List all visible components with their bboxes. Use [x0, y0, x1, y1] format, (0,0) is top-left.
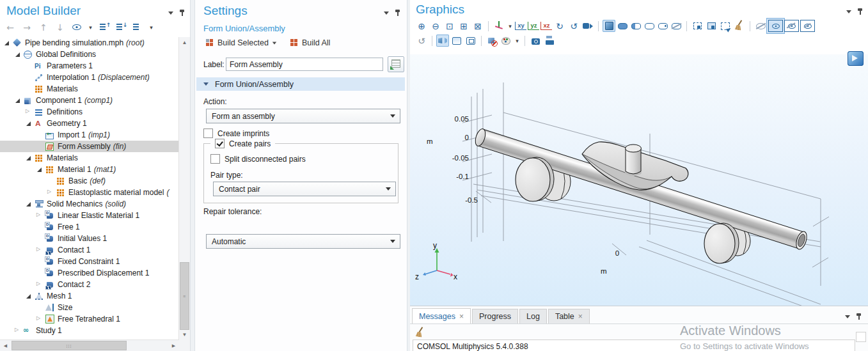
go-to-default-3d-view-icon[interactable] — [493, 20, 505, 32]
select-points-icon[interactable] — [657, 20, 669, 32]
action-dropdown[interactable]: Form an assembly — [206, 109, 400, 123]
tree-closed-expander-icon[interactable] — [47, 189, 54, 196]
wireframe-rendering-icon[interactable] — [464, 35, 477, 47]
pin-icon[interactable] — [179, 9, 185, 17]
scroll-down-icon[interactable]: ▼ — [179, 329, 190, 340]
graphics-context-icon[interactable] — [848, 51, 864, 66]
tree-item[interactable]: Interpolation 1(Displacement) — [0, 72, 179, 83]
select-domains-icon[interactable] — [617, 20, 629, 32]
tree-item[interactable]: Free 1 — [0, 221, 179, 233]
tree-closed-expander-icon[interactable] — [36, 281, 43, 288]
tab-log[interactable]: Log — [519, 309, 547, 324]
tree-open-expander-icon[interactable] — [15, 97, 22, 104]
tree-item[interactable]: Contact 2 — [0, 279, 179, 290]
tree-open-expander-icon[interactable] — [26, 120, 33, 127]
select-boundaries-icon[interactable] — [630, 20, 642, 32]
zoom-box-icon[interactable]: ⊡ — [443, 20, 456, 32]
tree-closed-expander-icon[interactable] — [36, 212, 43, 219]
create-imprints-checkbox[interactable] — [203, 129, 213, 138]
reset-hiding-icon[interactable] — [800, 20, 815, 32]
build-menu-caret-icon[interactable] — [272, 42, 276, 44]
tree-open-expander-icon[interactable] — [26, 201, 33, 208]
rename-button[interactable] — [388, 56, 404, 72]
color-menu-caret-icon[interactable]: ▾ — [514, 35, 521, 47]
tree-item[interactable]: Material 1(mat1) — [0, 164, 179, 175]
scene-light-icon[interactable] — [436, 35, 449, 47]
pin-icon[interactable] — [395, 9, 400, 17]
tree-item[interactable]: Mesh 1 — [0, 290, 179, 302]
scrollbar-thumb[interactable]: ⁞⁞⁞ — [12, 341, 127, 350]
3d-scene[interactable]: 0.05 0 -0.05 -0.1 m -0.5 0 m y x z — [410, 54, 868, 306]
repair-tolerance-dropdown[interactable]: Automatic — [206, 234, 400, 249]
pin-icon[interactable] — [856, 313, 862, 320]
tree-closed-expander-icon[interactable] — [15, 327, 22, 334]
tree-item[interactable]: Global Definitions — [0, 49, 179, 60]
tab-close-icon[interactable]: × — [459, 312, 464, 321]
select-edges-icon[interactable] — [643, 20, 656, 32]
label-input[interactable] — [226, 58, 383, 71]
panel-menu-caret-icon[interactable] — [845, 315, 850, 318]
model-tree-node-text-icon[interactable] — [131, 21, 144, 33]
image-snapshot-icon[interactable] — [529, 35, 542, 47]
zoom-extents-icon[interactable]: ⊞ — [457, 20, 470, 32]
animation-movie-icon[interactable] — [581, 20, 594, 32]
hide-selected-icon[interactable] — [754, 20, 767, 32]
select-nothing-icon[interactable] — [670, 20, 683, 32]
tree-item[interactable]: Pipe bending simulation.mph(root) — [0, 37, 179, 49]
tree-item[interactable]: Import 1(imp1) — [0, 129, 179, 141]
scroll-up-icon[interactable]: ▲ — [179, 37, 190, 48]
transparency-icon[interactable] — [450, 35, 463, 47]
tree-open-expander-icon[interactable] — [36, 166, 43, 173]
view-menu-caret-icon[interactable]: ▾ — [507, 20, 514, 32]
node-text-menu-caret-icon[interactable]: ▾ — [148, 21, 155, 33]
tree-item[interactable]: Fixed Constraint 1 — [0, 256, 179, 267]
section-collapse-icon[interactable] — [203, 82, 209, 86]
panel-splitter[interactable] — [190, 0, 195, 351]
tree-item[interactable]: Linear Elastic Material 1 — [0, 210, 179, 221]
tree-item[interactable]: Elastoplastic material model( — [0, 187, 179, 198]
view-hidden-icon[interactable] — [784, 20, 799, 32]
zoom-in-icon[interactable]: ⊕ — [415, 20, 428, 32]
messages-scrollbar-box[interactable] — [856, 332, 866, 342]
zoom-to-selection-icon[interactable]: ⊠ — [471, 20, 484, 32]
go-to-yz-view-icon[interactable]: yz — [528, 22, 539, 30]
zoom-to-selection-box-icon[interactable] — [691, 20, 704, 32]
tree-item[interactable]: Materials — [0, 83, 179, 95]
tree-open-expander-icon[interactable] — [4, 40, 11, 47]
tree-item[interactable]: Free Tetrahedral 1 — [0, 313, 179, 325]
move-up-icon[interactable]: ↑ — [37, 21, 50, 33]
tree-item[interactable]: Form Assembly(fin) — [0, 141, 179, 152]
tree-horizontal-scrollbar[interactable]: ◀ ⁞⁞⁞ ▶ — [0, 339, 179, 351]
panel-menu-caret-icon[interactable] — [846, 10, 851, 13]
tree-open-expander-icon[interactable] — [15, 51, 22, 58]
rotate-counterclockwise-icon[interactable]: ↺ — [567, 20, 580, 32]
expand-all-icon[interactable] — [114, 21, 127, 33]
collapse-all-icon[interactable] — [98, 21, 111, 33]
build-selected-button[interactable]: Build Selected — [203, 37, 279, 49]
tree-item[interactable]: Definitions — [0, 106, 179, 118]
section-header[interactable]: Form Union/Assembly — [196, 77, 405, 91]
scrollbar-thumb[interactable]: ≡ — [180, 262, 189, 330]
split-pairs-checkbox[interactable] — [210, 154, 220, 164]
move-down-icon[interactable]: ↓ — [54, 21, 67, 33]
extents-to-selection-icon[interactable] — [705, 20, 718, 32]
build-all-button[interactable]: Build All — [288, 37, 332, 49]
tree-item[interactable]: Contact 1 — [0, 244, 179, 256]
tab-table[interactable]: Table× — [548, 309, 590, 324]
tab-messages[interactable]: Messages× — [412, 308, 471, 324]
zoom-out-icon[interactable]: ⊖ — [429, 20, 442, 32]
pair-type-dropdown[interactable]: Contact pair — [213, 182, 396, 196]
panel-menu-caret-icon[interactable] — [168, 12, 173, 15]
tab-progress[interactable]: Progress — [472, 309, 518, 324]
create-pairs-checkbox[interactable] — [215, 139, 225, 148]
tree-item[interactable]: Initial Values 1 — [0, 233, 179, 244]
tab-close-icon[interactable]: × — [578, 312, 583, 321]
view-unhidden-icon[interactable] — [768, 20, 783, 32]
go-to-xy-view-icon[interactable]: xy — [515, 22, 526, 30]
tree-item[interactable]: Materials — [0, 152, 179, 164]
tree-closed-expander-icon[interactable] — [36, 247, 43, 254]
tree-item[interactable]: Basic(def) — [0, 175, 179, 187]
tree-item[interactable]: Geometry 1 — [0, 118, 179, 129]
tree-vertical-scrollbar[interactable]: ▲ ≡ ▼ — [178, 37, 190, 340]
select-objects-icon[interactable] — [603, 20, 615, 32]
